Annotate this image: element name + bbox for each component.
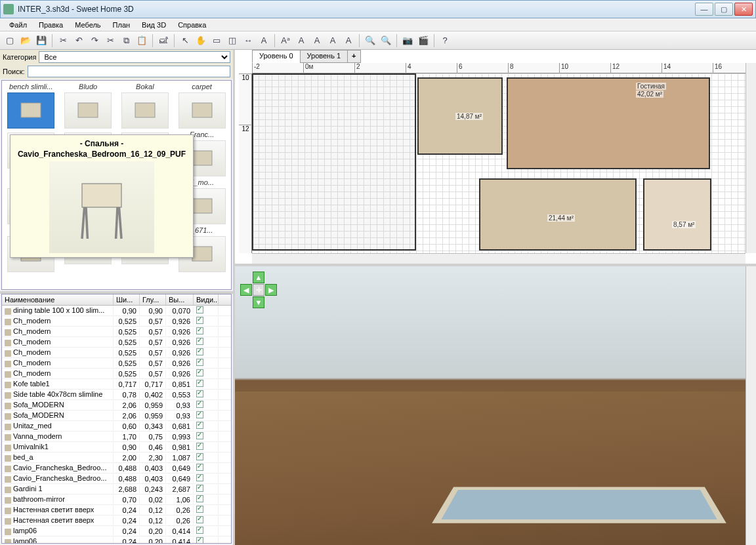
table-row[interactable]: Kofe table10,7170,7170,851	[2, 379, 231, 390]
checkbox-icon[interactable]	[196, 432, 203, 439]
table-row[interactable]: Настенная светит вверх0,240,120,26	[2, 505, 231, 515]
checkbox-icon[interactable]	[196, 380, 203, 387]
cell-visible[interactable]	[194, 327, 219, 336]
redo-icon[interactable]: ↷	[87, 33, 102, 48]
table-row[interactable]: Ch_modern0,5250,570,926	[2, 358, 231, 369]
table-row[interactable]: Ch_modern0,5250,570,926	[2, 327, 231, 337]
checkbox-icon[interactable]	[196, 474, 203, 481]
table-row[interactable]: Cavio_Francheska_Bedroo...0,4880,4030,64…	[2, 474, 231, 484]
col-name[interactable]: Наименование	[2, 294, 114, 305]
checkbox-icon[interactable]	[196, 453, 203, 460]
nav-up[interactable]: ▲	[253, 272, 264, 283]
wall-icon[interactable]: ▭	[209, 33, 224, 48]
catalog-item[interactable]: bench slimli...	[3, 82, 59, 129]
table-row[interactable]: Cavio_Francheska_Bedroo...0,4880,4030,64…	[2, 463, 231, 474]
level-tab[interactable]: Уровень 1	[300, 50, 348, 63]
select-icon[interactable]: ↖	[178, 33, 192, 48]
level-tab[interactable]: Уровень 0	[252, 50, 301, 63]
table-row[interactable]: Настенная светит вверх0,240,120,26	[2, 515, 231, 526]
undo-icon[interactable]: ↶	[72, 33, 86, 48]
cell-visible[interactable]	[194, 464, 219, 472]
paste-icon[interactable]: 📋	[135, 33, 149, 48]
furniture-catalog[interactable]: bench slimli...BludoBokalcarpetFranc...C…	[1, 80, 232, 290]
dimension-icon[interactable]: ↔	[241, 33, 255, 48]
cell-visible[interactable]	[194, 516, 219, 525]
zoomout-icon[interactable]: 🔍	[379, 33, 393, 48]
checkbox-icon[interactable]	[196, 537, 203, 543]
cell-visible[interactable]	[194, 506, 219, 514]
cell-visible[interactable]	[194, 443, 219, 451]
new-icon[interactable]: ▢	[3, 33, 17, 48]
col-height[interactable]: Вы...	[166, 294, 194, 305]
textsmall-icon[interactable]: A	[310, 33, 324, 48]
view-3d[interactable]: ▲ ▼ ◀ ▶ ✛	[235, 266, 756, 545]
menu-План[interactable]: План	[108, 20, 136, 30]
menu-Правка[interactable]: Правка	[33, 20, 68, 30]
open-icon[interactable]: 📂	[18, 33, 33, 48]
table-row[interactable]: Ch_modern0,5250,570,926	[2, 369, 231, 379]
room-icon[interactable]: ◫	[225, 33, 240, 48]
help-icon[interactable]: ?	[438, 33, 452, 48]
checkbox-icon[interactable]	[196, 506, 203, 513]
checkbox-icon[interactable]	[196, 443, 203, 450]
plan-canvas[interactable]: Гостиная42,02 м²14,87 м²21,44 м²8,57 м²	[252, 73, 746, 253]
cell-visible[interactable]	[194, 369, 219, 378]
menu-Справка[interactable]: Справка	[173, 20, 211, 30]
cut2-icon[interactable]: ✂	[103, 33, 117, 48]
plan-room[interactable]	[643, 178, 711, 251]
table-row[interactable]: Gardini 12,6880,2432,687	[2, 484, 231, 495]
minimize-button[interactable]: —	[695, 3, 713, 16]
table-row[interactable]: Ch_modern0,5250,570,926	[2, 337, 231, 348]
add-furniture-icon[interactable]: 🛋	[156, 33, 171, 48]
nav-down[interactable]: ▼	[253, 296, 264, 308]
plan-room[interactable]	[252, 73, 416, 251]
plan-view[interactable]: Уровень 0Уровень 1+ -20м246810121416 101…	[235, 50, 756, 266]
cell-visible[interactable]	[194, 359, 219, 367]
table-row[interactable]: Unitaz_med0,600,3430,681	[2, 421, 231, 432]
table-row[interactable]: Sofa_MODERN2,060,9590,93	[2, 400, 231, 411]
table-row[interactable]: bed_a2,002,301,087	[2, 453, 231, 463]
checkbox-icon[interactable]	[196, 359, 203, 366]
cell-visible[interactable]	[194, 338, 219, 346]
cell-visible[interactable]	[194, 317, 219, 325]
plan-scrollbar-v[interactable]	[746, 63, 756, 253]
bold-icon[interactable]: A	[326, 33, 340, 48]
cell-visible[interactable]	[194, 527, 219, 535]
plan-room[interactable]	[507, 77, 710, 169]
table-row[interactable]: Side table 40x78cm slimline0,780,4020,55…	[2, 390, 231, 400]
cell-visible[interactable]	[194, 401, 219, 409]
plan-scrollbar-h[interactable]	[252, 253, 746, 264]
table-row[interactable]: Ch_modern0,5250,570,926	[2, 348, 231, 358]
checkbox-icon[interactable]	[196, 369, 203, 376]
textbig-icon[interactable]: A	[294, 33, 308, 48]
menu-Файл[interactable]: Файл	[4, 20, 32, 30]
catalog-item[interactable]: Bokal	[117, 82, 173, 129]
cell-visible[interactable]	[194, 306, 219, 315]
checkbox-icon[interactable]	[196, 390, 203, 397]
cell-visible[interactable]	[194, 495, 219, 504]
checkbox-icon[interactable]	[196, 464, 203, 471]
save-icon[interactable]: 💾	[34, 33, 49, 48]
checkbox-icon[interactable]	[196, 401, 203, 408]
checkbox-icon[interactable]	[196, 306, 203, 313]
copy-icon[interactable]: ⧉	[119, 33, 133, 48]
menu-Мебель[interactable]: Мебель	[70, 20, 106, 30]
nav-right[interactable]: ▶	[265, 284, 277, 296]
checkbox-icon[interactable]	[196, 338, 203, 345]
catalog-item[interactable]: carpet	[174, 82, 230, 129]
table-row[interactable]: dining table 100 x 100 slim...0,900,900,…	[2, 306, 231, 316]
category-select[interactable]: Все	[39, 51, 230, 63]
table-row[interactable]: Ch_modern0,5250,570,926	[2, 316, 231, 327]
text-icon[interactable]: A	[257, 33, 271, 48]
checkbox-icon[interactable]	[196, 411, 203, 418]
cell-visible[interactable]	[194, 348, 219, 357]
cell-visible[interactable]	[194, 380, 219, 388]
checkbox-icon[interactable]	[196, 527, 203, 534]
table-row[interactable]: lamp060,240,200,414	[2, 526, 231, 536]
add-level-tab[interactable]: +	[347, 50, 360, 63]
zoomin-icon[interactable]: 🔍	[363, 33, 377, 48]
checkbox-icon[interactable]	[196, 348, 203, 355]
cut-icon[interactable]: ✂	[56, 33, 70, 48]
checkbox-icon[interactable]	[196, 485, 203, 492]
video-icon[interactable]: 🎬	[416, 33, 430, 48]
